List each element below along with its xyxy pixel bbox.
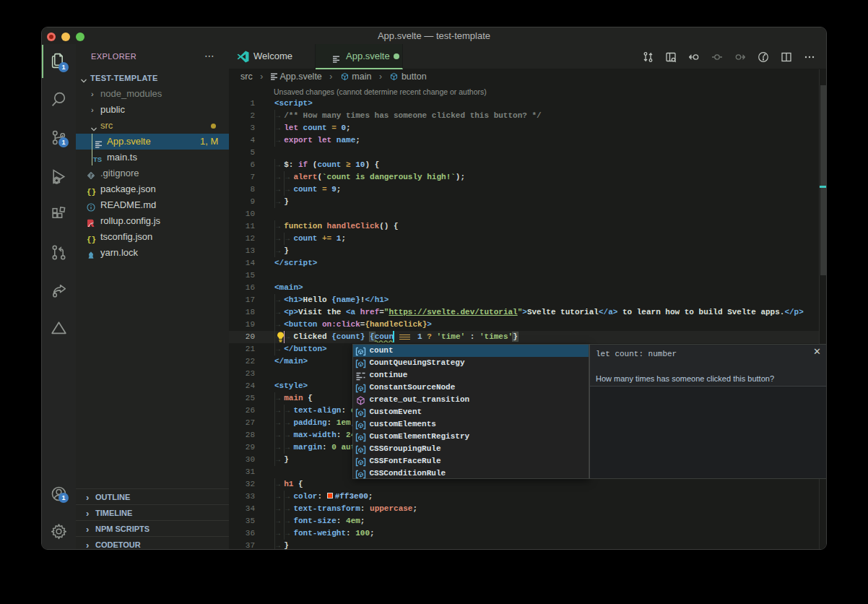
svg-text:{}: {} (87, 188, 96, 197)
svg-text:{}: {} (87, 236, 96, 244)
